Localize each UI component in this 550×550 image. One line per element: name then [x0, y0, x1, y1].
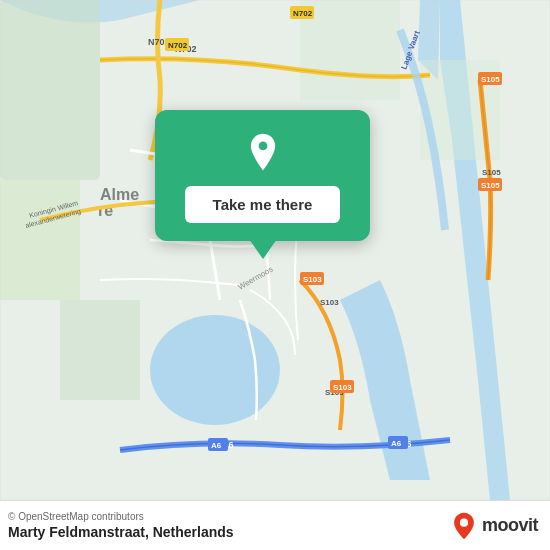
svg-rect-5 [300, 0, 400, 100]
svg-text:A6: A6 [391, 439, 402, 448]
footer-bar: © OpenStreetMap contributors Marty Feldm… [0, 500, 550, 550]
svg-point-38 [460, 518, 468, 526]
svg-text:S105: S105 [481, 75, 500, 84]
svg-text:S105: S105 [482, 168, 501, 177]
svg-text:S105: S105 [481, 181, 500, 190]
svg-text:N702: N702 [293, 9, 313, 18]
svg-text:Alme: Alme [100, 186, 139, 203]
svg-rect-2 [0, 0, 100, 180]
svg-text:S103: S103 [303, 275, 322, 284]
map-container: N702 N702 S105 S103 S103 A6 A6 Lage Vaar… [0, 0, 550, 500]
svg-point-1 [150, 315, 280, 425]
svg-point-37 [258, 142, 267, 151]
svg-rect-3 [0, 180, 80, 300]
moovit-pin-icon [450, 512, 478, 540]
svg-text:N702: N702 [168, 41, 188, 50]
osm-attribution: © OpenStreetMap contributors [8, 511, 234, 522]
svg-rect-4 [60, 300, 140, 400]
svg-text:S103: S103 [320, 298, 339, 307]
take-me-there-button[interactable]: Take me there [185, 186, 341, 223]
moovit-logo: moovit [450, 512, 538, 540]
svg-text:S103: S103 [333, 383, 352, 392]
popup-card: Take me there [155, 110, 370, 241]
svg-text:A6: A6 [211, 441, 222, 450]
moovit-brand-text: moovit [482, 515, 538, 536]
location-pin-icon [243, 132, 283, 172]
footer-left: © OpenStreetMap contributors Marty Feldm… [8, 511, 234, 540]
location-label: Marty Feldmanstraat, Netherlands [8, 524, 234, 540]
